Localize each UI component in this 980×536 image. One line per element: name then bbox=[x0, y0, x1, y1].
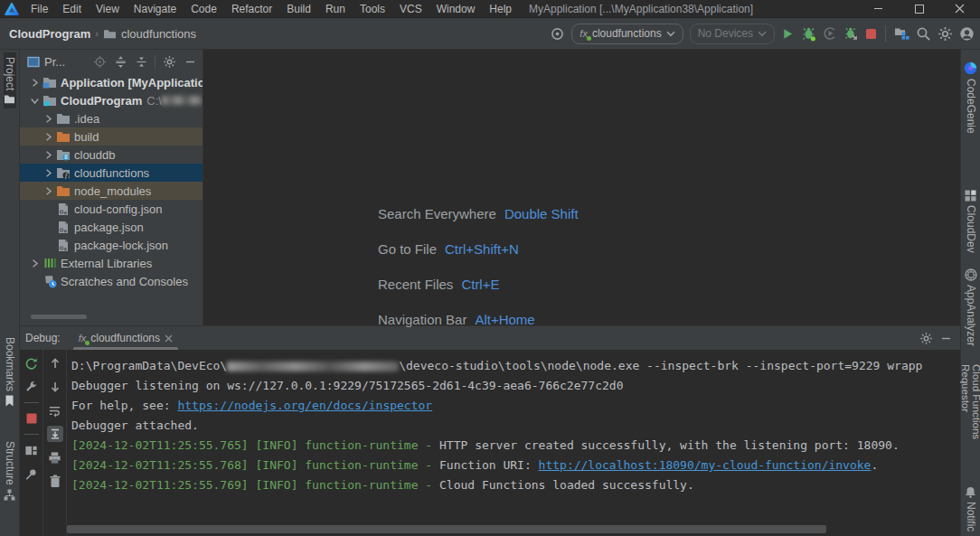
menu-edit[interactable]: Edit bbox=[55, 0, 89, 17]
minimize-button[interactable] bbox=[858, 0, 899, 17]
console-text: Debugger listening on ws://127.0.0.1:922… bbox=[71, 379, 623, 392]
tree-item-external-libraries[interactable]: External Libraries bbox=[20, 254, 203, 272]
debug-console[interactable]: D:\ProgramData\DevEco\\deveco-studio\too… bbox=[67, 350, 960, 536]
debug-panel: Debug: fx cloudfunctions bbox=[20, 325, 960, 536]
chevron-right-icon[interactable] bbox=[27, 259, 42, 268]
tree-item-label: package.json bbox=[74, 221, 144, 234]
menu-refactor[interactable]: Refactor bbox=[224, 0, 279, 17]
gear-icon[interactable] bbox=[919, 332, 933, 345]
stop-button[interactable] bbox=[865, 28, 877, 40]
run-config-selector[interactable]: fx cloudfunctions bbox=[571, 24, 683, 44]
chevron-down-icon[interactable] bbox=[27, 96, 42, 106]
menu-view[interactable]: View bbox=[89, 0, 127, 17]
tool-window-tab-project[interactable]: Project bbox=[4, 52, 16, 108]
tree-item-path: C:\ bbox=[146, 94, 162, 108]
arrow-up-icon[interactable] bbox=[47, 355, 63, 371]
breadcrumb-item[interactable]: cloudfunctions bbox=[121, 27, 196, 41]
tool-window-tab-structure[interactable]: Structure bbox=[4, 437, 16, 505]
hide-panel-icon[interactable] bbox=[937, 332, 955, 345]
tree-item-clouddb[interactable]: 8clouddb bbox=[20, 146, 203, 164]
search-everywhere-icon[interactable] bbox=[916, 26, 931, 42]
menu-tools[interactable]: Tools bbox=[353, 0, 392, 17]
tree-item-node-modules[interactable]: node_modules bbox=[20, 182, 203, 200]
profiler-button[interactable] bbox=[823, 26, 837, 41]
profile-avatar-icon[interactable] bbox=[959, 26, 975, 42]
target-icon[interactable] bbox=[550, 26, 565, 42]
console-text: [2024-12-02T11:25:55.769] [INFO] functio… bbox=[71, 478, 439, 492]
project-horizontal-scrollbar[interactable] bbox=[31, 315, 87, 319]
tool-window-tab-clouddev[interactable]: CloudDev bbox=[965, 185, 977, 258]
menu-navigate[interactable]: Navigate bbox=[127, 0, 184, 17]
close-tab-icon[interactable] bbox=[165, 334, 173, 343]
tree-item-scratches-and-consoles[interactable]: Scratches and Consoles bbox=[20, 272, 203, 290]
chevron-right-icon[interactable] bbox=[41, 114, 55, 124]
console-link[interactable]: https://nodejs.org/en/docs/inspector bbox=[177, 399, 432, 412]
menu-build[interactable]: Build bbox=[279, 0, 318, 17]
tool-window-tab-bookmarks[interactable]: Bookmarks bbox=[4, 333, 16, 411]
close-button[interactable] bbox=[939, 0, 980, 17]
menu-file[interactable]: File bbox=[24, 0, 55, 17]
debug-button[interactable] bbox=[801, 26, 816, 42]
maximize-button[interactable] bbox=[899, 0, 939, 17]
tool-window-tab-appanalyzer[interactable]: AppAnalyzer bbox=[965, 264, 977, 351]
tree-item-package-json[interactable]: package.json bbox=[20, 218, 203, 236]
restore-layout-icon[interactable] bbox=[24, 442, 40, 458]
shortcut-hint: Go to FileCtrl+Shift+N bbox=[378, 231, 579, 267]
rerun-icon[interactable] bbox=[24, 355, 40, 371]
debug-tab-cloudfunctions[interactable]: fx cloudfunctions bbox=[71, 326, 180, 350]
soft-wrap-icon[interactable] bbox=[47, 402, 63, 418]
project-view-selector[interactable]: Pr... bbox=[27, 55, 65, 69]
hide-panel-icon[interactable] bbox=[181, 52, 199, 71]
scroll-to-end-icon[interactable] bbox=[47, 426, 63, 442]
console-horizontal-scrollbar[interactable] bbox=[67, 525, 826, 533]
menu-window[interactable]: Window bbox=[429, 0, 483, 17]
tool-window-tab-codegenie[interactable]: CodeGenie bbox=[964, 57, 977, 138]
tool-window-tab-notific[interactable]: Notific bbox=[965, 482, 977, 536]
gear-icon[interactable] bbox=[160, 52, 178, 71]
console-text: HTTP server created successfully, with t… bbox=[439, 438, 900, 452]
print-icon[interactable] bbox=[47, 449, 63, 465]
chevron-right-icon[interactable] bbox=[41, 186, 55, 196]
console-link[interactable]: http://localhost:18090/my-cloud-function… bbox=[539, 458, 872, 472]
menu-run[interactable]: Run bbox=[318, 0, 353, 17]
collapse-all-icon[interactable] bbox=[132, 52, 150, 71]
tree-item-idea[interactable]: .idea bbox=[20, 109, 203, 127]
device-selector[interactable]: No Devices bbox=[690, 24, 775, 44]
menu-help[interactable]: Help bbox=[482, 0, 519, 17]
tree-item-package-lock-json[interactable]: package-lock.json bbox=[20, 236, 203, 254]
expand-all-icon[interactable] bbox=[111, 52, 129, 71]
run-button[interactable] bbox=[781, 27, 795, 41]
settings-gear-icon[interactable] bbox=[938, 26, 953, 42]
pin-icon[interactable] bbox=[24, 465, 40, 482]
console-text: . bbox=[871, 458, 878, 472]
settings-wrench-icon[interactable] bbox=[24, 379, 40, 395]
tool-window-tab-cloud-functions-requestor[interactable]: Cloud Functions Requestor bbox=[960, 360, 980, 481]
tool-window-tab-label: Structure bbox=[4, 441, 16, 485]
excluded-folder-icon bbox=[55, 184, 71, 197]
tree-item-cloudprogram[interactable]: CloudProgramC:\ bbox=[20, 91, 203, 109]
tree-item-label: External Libraries bbox=[61, 257, 152, 270]
project-structure-icon[interactable] bbox=[894, 27, 909, 41]
arrow-down-icon[interactable] bbox=[47, 379, 63, 395]
menu-vcs[interactable]: VCS bbox=[392, 0, 429, 17]
project-view-icon bbox=[27, 56, 40, 68]
clear-all-icon[interactable] bbox=[47, 473, 63, 489]
menu-code[interactable]: Code bbox=[184, 0, 224, 17]
console-text: Cloud Functions loaded successfully. bbox=[439, 478, 694, 492]
chevron-right-icon[interactable] bbox=[41, 168, 55, 178]
chevron-right-icon[interactable] bbox=[41, 132, 55, 142]
stop-icon[interactable] bbox=[24, 410, 40, 427]
debug-restart-button[interactable] bbox=[843, 26, 859, 42]
tree-item-application-myapplication[interactable]: Application [MyApplication bbox=[20, 73, 203, 91]
tree-item-cloud-config-json[interactable]: cloud-config.json bbox=[20, 200, 203, 218]
locate-icon[interactable] bbox=[90, 52, 108, 71]
shortcut-action: Recent Files bbox=[378, 277, 453, 292]
tree-item-build[interactable]: build bbox=[20, 127, 203, 146]
editor-area[interactable]: Search EverywhereDouble ShiftGo to FileC… bbox=[203, 50, 960, 325]
breadcrumb-project[interactable]: CloudProgram bbox=[9, 27, 90, 41]
tree-item-cloudfunctions[interactable]: fcloudfunctions bbox=[20, 164, 203, 182]
right-tool-stripe: CodeGenieCloudDevAppAnalyzerCloud Functi… bbox=[960, 50, 980, 536]
chevron-right-icon[interactable] bbox=[41, 150, 55, 160]
chevron-right-icon[interactable] bbox=[27, 78, 42, 88]
window-controls bbox=[858, 0, 980, 17]
